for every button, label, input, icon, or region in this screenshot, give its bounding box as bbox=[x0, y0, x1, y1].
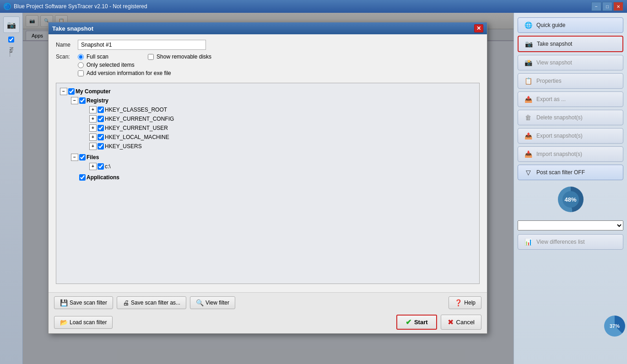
app-icon: 🔵 bbox=[4, 3, 11, 10]
post-scan-filter-label: Post scan filter OFF bbox=[536, 169, 585, 176]
add-version-row: Add version information for exe file bbox=[78, 70, 211, 76]
hkcu-expander[interactable]: + bbox=[89, 124, 97, 132]
dialog-footer-bottom: 📂 Load scan filter ✔ Start ✖ Cancel bbox=[49, 313, 487, 333]
hklm-label: HKEY_LOCAL_MACHINE bbox=[105, 133, 169, 142]
hklm-checkbox[interactable] bbox=[97, 134, 104, 140]
scan-row: Scan: Full scan Show removable disks bbox=[56, 54, 480, 79]
hkcu-checkbox[interactable] bbox=[97, 125, 104, 131]
my-computer-checkbox[interactable] bbox=[68, 88, 75, 95]
hklm-row: + HKEY_LOCAL_MACHINE bbox=[89, 133, 476, 142]
tree-node-registry: − Registry + HKEY_CLASSES_ROOT bbox=[71, 96, 476, 151]
view-icon: 🔍 bbox=[196, 299, 204, 306]
files-expander[interactable]: − bbox=[71, 154, 78, 161]
export-as-button[interactable]: 📤 Export as ... bbox=[518, 91, 623, 107]
properties-label: Properties bbox=[536, 78, 562, 84]
import-snapshots-label: Import snapshot(s) bbox=[536, 151, 582, 157]
start-button[interactable]: ✔ Start bbox=[396, 315, 437, 330]
load-icon: 📂 bbox=[60, 319, 68, 326]
hkcr-expander[interactable]: + bbox=[89, 106, 97, 113]
cancel-label: Cancel bbox=[456, 319, 475, 326]
close-button[interactable]: ✕ bbox=[613, 2, 623, 11]
hklm-expander[interactable]: + bbox=[89, 134, 97, 141]
save-filter-label: Save scan filter bbox=[70, 300, 107, 306]
only-selected-row: Only selected items bbox=[78, 62, 211, 68]
import-snapshots-button[interactable]: 📥 Import snapshot(s) bbox=[518, 146, 623, 162]
add-version-checkbox[interactable] bbox=[78, 70, 84, 76]
tree-node-my-computer: − My Computer − Registr bbox=[60, 87, 476, 182]
hku-expander[interactable]: + bbox=[89, 143, 97, 150]
view-filter-label: View filter bbox=[205, 300, 229, 306]
tree-node-files: − Files + c:\ bbox=[71, 153, 476, 171]
applications-row: Applications bbox=[71, 173, 476, 182]
scan-options: Full scan Show removable disks Only sele… bbox=[78, 54, 211, 76]
files-children: + c:\ bbox=[82, 162, 476, 171]
view-snapshot-button[interactable]: 📸 View snapshot bbox=[518, 55, 623, 70]
maximize-button[interactable]: □ bbox=[602, 2, 612, 11]
action-buttons: ✔ Start ✖ Cancel bbox=[396, 315, 481, 330]
only-selected-radio[interactable] bbox=[78, 62, 84, 68]
applications-label: Applications bbox=[86, 173, 119, 182]
cdrive-expander[interactable]: + bbox=[89, 163, 97, 170]
full-scan-row: Full scan Show removable disks bbox=[78, 54, 211, 60]
main-titlebar: 🔵 Blue Project Software SysTracer v2.10 … bbox=[0, 0, 627, 13]
save-icon: 💾 bbox=[60, 299, 68, 306]
name-row: Name bbox=[56, 40, 480, 50]
registry-expander[interactable]: − bbox=[71, 97, 78, 104]
dialog-close-button[interactable]: ✕ bbox=[474, 24, 483, 32]
export-as-icon: 📤 bbox=[524, 95, 533, 104]
export-snapshots-label: Export snapshot(s) bbox=[536, 133, 583, 139]
export-snapshots-button[interactable]: 📤 Export snapshot(s) bbox=[518, 128, 623, 144]
properties-button[interactable]: 📋 Properties bbox=[518, 73, 623, 89]
hkcc-checkbox[interactable] bbox=[97, 116, 104, 122]
funnel-icon: ▽ bbox=[524, 168, 533, 177]
save-scan-filter-as-button[interactable]: 🖨 Save scan filter as... bbox=[117, 296, 186, 309]
quick-guide-label: Quick guide bbox=[536, 22, 565, 28]
hkcr-checkbox[interactable] bbox=[97, 107, 104, 113]
scroll-area bbox=[518, 220, 623, 230]
diff-icon: 📊 bbox=[524, 237, 533, 246]
delete-snapshots-button[interactable]: 🗑 Delete snapshot(s) bbox=[518, 110, 623, 125]
print-icon: 🖨 bbox=[123, 299, 129, 306]
load-scan-filter-button[interactable]: 📂 Load scan filter bbox=[54, 316, 113, 329]
minimize-button[interactable]: − bbox=[591, 2, 601, 11]
my-computer-expander[interactable]: − bbox=[60, 88, 67, 95]
full-scan-label: Full scan bbox=[86, 54, 108, 60]
view-differences-button[interactable]: 📊 View differences list bbox=[518, 234, 623, 250]
registry-checkbox[interactable] bbox=[79, 97, 86, 104]
modal-overlay: Take snapshot ✕ Name Scan: bbox=[23, 13, 513, 364]
my-computer-children: − Registry + HKEY_CLASSES_ROOT bbox=[71, 96, 476, 182]
hkcu-label: HKEY_CURRENT_USER bbox=[105, 123, 168, 133]
properties-icon: 📋 bbox=[524, 76, 533, 86]
applications-checkbox[interactable] bbox=[79, 174, 86, 181]
take-snapshot-dialog: Take snapshot ✕ Name Scan: bbox=[48, 22, 487, 334]
take-snapshot-button[interactable]: 📷 Take snapshot bbox=[518, 36, 623, 52]
files-checkbox[interactable] bbox=[79, 154, 86, 161]
full-scan-radio[interactable] bbox=[78, 54, 84, 60]
hku-label: HKEY_USERS bbox=[105, 142, 142, 151]
import-icon: 📥 bbox=[524, 150, 533, 159]
hku-checkbox[interactable] bbox=[97, 143, 104, 150]
post-scan-filter-button[interactable]: ▽ Post scan filter OFF bbox=[518, 165, 623, 180]
percent-badge-text: 37% bbox=[610, 323, 620, 329]
quick-guide-button[interactable]: 🌐 Quick guide bbox=[518, 17, 623, 33]
hkcu-row: + HKEY_CURRENT_USER bbox=[89, 123, 476, 133]
nav-checkbox[interactable] bbox=[8, 37, 14, 43]
view-dropdown[interactable] bbox=[518, 220, 623, 230]
view-filter-button[interactable]: 🔍 View filter bbox=[190, 296, 235, 309]
hkcc-expander[interactable]: + bbox=[89, 115, 97, 123]
take-snapshot-label: Take snapshot bbox=[537, 41, 572, 47]
window-controls: − □ ✕ bbox=[591, 2, 623, 11]
cdrive-checkbox[interactable] bbox=[97, 163, 104, 170]
nav-icon-camera[interactable]: 📷 bbox=[3, 16, 20, 33]
globe-icon: 🌐 bbox=[524, 21, 533, 30]
cdrive-row: + c:\ bbox=[89, 162, 476, 171]
help-button[interactable]: ❓ Help bbox=[449, 296, 481, 309]
name-input[interactable] bbox=[78, 40, 206, 50]
show-removable-row: Show removable disks bbox=[148, 54, 211, 60]
show-removable-checkbox[interactable] bbox=[148, 54, 154, 60]
save-scan-filter-button[interactable]: 💾 Save scan filter bbox=[54, 296, 113, 309]
cdrive-label: c:\ bbox=[105, 162, 111, 171]
cancel-button[interactable]: ✖ Cancel bbox=[441, 315, 481, 330]
camera-icon: 📷 bbox=[524, 39, 533, 48]
dialog-body: Name Scan: Full scan bbox=[49, 34, 487, 292]
